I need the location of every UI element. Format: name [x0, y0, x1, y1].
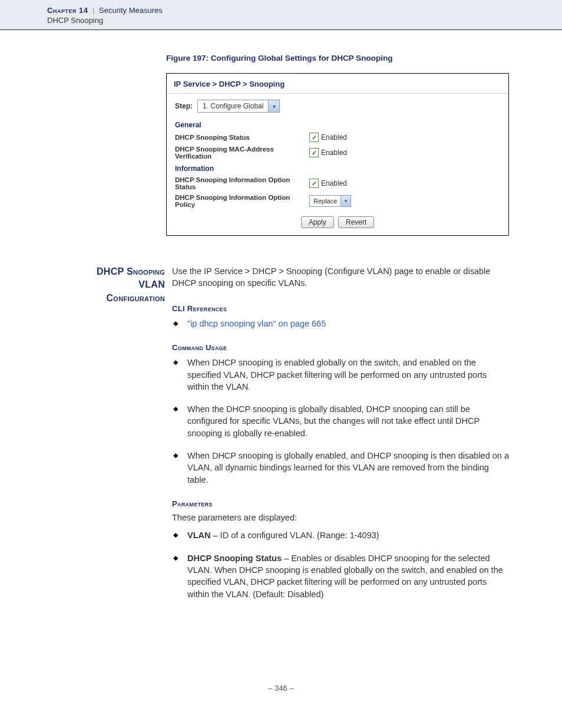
side-title-line2: VLAN	[47, 278, 165, 291]
param-name: VLAN	[187, 531, 210, 540]
parameters-intro: These parameters are displayed:	[172, 512, 509, 523]
row-label-opt-status: DHCP Snooping Information Option Status	[175, 176, 309, 190]
param-desc: – ID of a configured VLAN. (Range: 1-409…	[210, 531, 379, 540]
revert-button[interactable]: Revert	[338, 216, 374, 228]
policy-dropdown[interactable]: Replace ▾	[309, 195, 351, 207]
subsection-label: DHCP Snooping	[47, 16, 562, 25]
figure-breadcrumb: IP Service > DHCP > Snooping	[167, 74, 508, 94]
parameters-heading: Parameters	[172, 499, 509, 509]
header-separator: |	[92, 6, 94, 15]
list-item: VLAN – ID of a configured VLAN. (Range: …	[172, 529, 509, 541]
chapter-label: Chapter 14	[47, 6, 88, 15]
list-item: When DHCP snooping is enabled globally o…	[172, 357, 509, 393]
checkbox-opt-status[interactable]: ✓	[309, 179, 319, 188]
figure-panel: IP Service > DHCP > Snooping Step: 1. Co…	[166, 73, 509, 236]
section-intro: Use the IP Service > DHCP > Snooping (Co…	[172, 265, 509, 289]
page-number: – 346 –	[0, 684, 562, 693]
row-label-mac: DHCP Snooping MAC-Address Verification	[175, 146, 309, 160]
command-usage-heading: Command Usage	[172, 342, 509, 353]
cli-references-heading: CLI References	[172, 304, 509, 314]
side-title-line1: DHCP Snooping	[47, 265, 165, 278]
row-label-status: DHCP Snooping Status	[175, 134, 309, 141]
step-dropdown-value: 1. Configure Global	[198, 102, 268, 110]
step-dropdown[interactable]: 1. Configure Global ▾	[197, 100, 280, 113]
enabled-label: Enabled	[321, 149, 347, 157]
chevron-down-icon: ▾	[340, 196, 351, 206]
policy-dropdown-value: Replace	[310, 197, 340, 205]
cli-reference-link[interactable]: "ip dhcp snooping vlan" on page 665	[187, 319, 326, 328]
checkbox-mac[interactable]: ✓	[309, 148, 319, 157]
side-title-line3: Configuration	[47, 292, 165, 305]
checkbox-status[interactable]: ✓	[309, 133, 319, 142]
list-item: When DHCP snooping is globally enabled, …	[172, 450, 509, 486]
page-header: Chapter 14 | Security Measures DHCP Snoo…	[0, 0, 562, 30]
apply-button[interactable]: Apply	[301, 216, 334, 228]
section-label: Security Measures	[99, 6, 163, 15]
list-item: "ip dhcp snooping vlan" on page 665	[172, 318, 509, 330]
step-label: Step:	[175, 102, 193, 110]
chevron-down-icon: ▾	[268, 100, 279, 112]
param-name: DHCP Snooping Status	[187, 554, 282, 563]
list-item: When the DHCP snooping is globally disab…	[172, 403, 509, 439]
list-item: DHCP Snooping Status – Enables or disabl…	[172, 552, 509, 600]
row-label-opt-policy: DHCP Snooping Information Option Policy	[175, 194, 309, 208]
general-heading: General	[175, 121, 500, 129]
enabled-label: Enabled	[321, 133, 347, 141]
figure-caption: Figure 197: Configuring Global Settings …	[166, 54, 562, 62]
enabled-label: Enabled	[321, 179, 347, 187]
information-heading: Information	[175, 164, 500, 173]
section-side-title: DHCP Snooping VLAN Configuration	[47, 265, 165, 613]
